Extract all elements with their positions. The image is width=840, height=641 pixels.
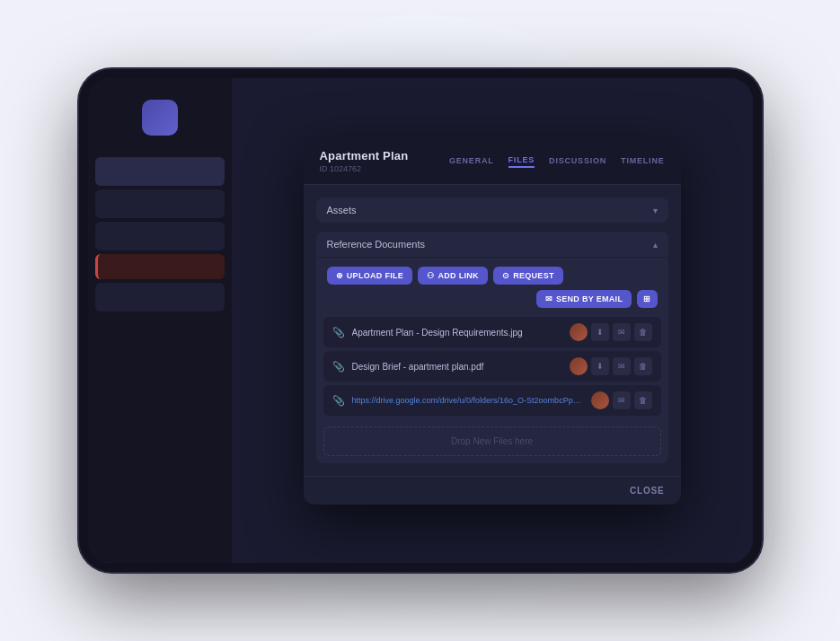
upload-icon: ⊕ (336, 271, 343, 280)
delete-button-1[interactable]: 🗑 (634, 323, 652, 341)
drop-zone-text: Drop New Files here (451, 436, 533, 446)
request-button[interactable]: ⊙ REQUEST (493, 267, 563, 285)
drop-zone[interactable]: Drop New Files here (323, 426, 661, 456)
delete-button-link[interactable]: 🗑 (634, 391, 652, 409)
file-list: 📎 Apartment Plan - Design Requirements.j… (316, 317, 668, 423)
file-name-2: Design Brief - apartment plan.pdf (352, 362, 562, 372)
assets-section: Assets ▾ (316, 198, 668, 223)
tablet-frame: Apartment Plan ID 1024762 GENERAL FILES … (79, 69, 762, 572)
modal-title: Apartment Plan (320, 149, 409, 162)
upload-file-button[interactable]: ⊕ UPLOAD FILE (327, 267, 413, 285)
ref-docs-chevron-icon: ▴ (653, 240, 658, 250)
link-icon: ⚇ (427, 271, 434, 280)
grid-view-button[interactable]: ⊞ (637, 290, 657, 308)
file-item-2: 📎 Design Brief - apartment plan.pdf ⬇ ✉ … (323, 351, 661, 382)
sidebar-item-alert[interactable] (95, 254, 225, 279)
request-label: REQUEST (513, 271, 554, 280)
add-link-button[interactable]: ⚇ ADD LINK (418, 267, 488, 285)
email-button-2[interactable]: ✉ (613, 357, 631, 375)
add-link-label: ADD LINK (438, 271, 478, 280)
link-actions-1: ✉ 🗑 (591, 391, 652, 409)
send-email-label: SEND BY EMAIL (556, 294, 623, 303)
file-item-1: 📎 Apartment Plan - Design Requirements.j… (323, 317, 661, 347)
paperclip-icon-1: 📎 (332, 327, 345, 338)
sidebar (88, 78, 232, 563)
sidebar-item-4[interactable] (95, 283, 225, 312)
tab-general[interactable]: GENERAL (449, 156, 494, 167)
tablet-screen: Apartment Plan ID 1024762 GENERAL FILES … (88, 78, 753, 563)
reference-docs-section: Reference Documents ▴ ⊕ UPLOAD FILE ⚇ (316, 232, 668, 463)
link-item-1: 📎 https://drive.google.com/drive/u/0/fol… (323, 385, 661, 416)
close-button[interactable]: CLOSE (630, 486, 664, 496)
grid-icon: ⊞ (643, 294, 650, 303)
sidebar-item-3[interactable] (95, 222, 225, 250)
modal-id: ID 1024762 (320, 164, 409, 173)
main-content: Apartment Plan ID 1024762 GENERAL FILES … (232, 78, 753, 563)
download-button-2[interactable]: ⬇ (591, 357, 609, 375)
delete-button-2[interactable]: 🗑 (634, 357, 652, 375)
tab-files[interactable]: FILES (508, 155, 535, 168)
action-buttons-row: ⊕ UPLOAD FILE ⚇ ADD LINK ⊙ REQUEST (316, 258, 668, 317)
download-button-1[interactable]: ⬇ (591, 323, 609, 341)
paperclip-icon-2: 📎 (332, 361, 345, 373)
assets-chevron-icon: ▾ (653, 206, 658, 215)
email-button-link[interactable]: ✉ (613, 391, 631, 409)
tab-discussion[interactable]: DISCUSSION (549, 156, 606, 167)
modal-tabs: GENERAL FILES DISCUSSION TIMELINE (449, 155, 665, 168)
assets-section-header[interactable]: Assets ▾ (316, 198, 668, 223)
file-avatar-2 (570, 357, 588, 375)
ref-docs-label: Reference Documents (327, 239, 425, 250)
modal-body: Assets ▾ Reference Documents ▴ (304, 185, 681, 476)
sidebar-item-1[interactable] (95, 157, 225, 186)
request-icon: ⊙ (502, 271, 509, 280)
link-url-1: https://drive.google.com/drive/u/0/folde… (352, 396, 584, 405)
tab-timeline[interactable]: TIMELINE (621, 156, 664, 167)
modal-title-block: Apartment Plan ID 1024762 (320, 149, 409, 173)
email-icon: ✉ (545, 294, 553, 303)
modal-footer: CLOSE (304, 476, 681, 505)
file-actions-1: ⬇ ✉ 🗑 (570, 323, 652, 341)
sidebar-item-2[interactable] (95, 189, 225, 218)
sidebar-logo (142, 100, 178, 136)
ref-docs-header[interactable]: Reference Documents ▴ (316, 232, 668, 258)
file-name-1: Apartment Plan - Design Requirements.jpg (352, 328, 562, 338)
link-avatar-1 (591, 391, 609, 409)
email-button-1[interactable]: ✉ (613, 323, 631, 341)
link-paperclip-icon: 📎 (332, 395, 345, 407)
modal-header: Apartment Plan ID 1024762 GENERAL FILES … (304, 136, 681, 185)
assets-label: Assets (327, 205, 357, 215)
send-by-email-button[interactable]: ✉ SEND BY EMAIL (536, 290, 632, 308)
file-avatar-1 (570, 323, 588, 341)
upload-file-label: UPLOAD FILE (347, 271, 403, 280)
modal-dialog: Apartment Plan ID 1024762 GENERAL FILES … (304, 136, 681, 505)
file-actions-2: ⬇ ✉ 🗑 (570, 357, 652, 375)
